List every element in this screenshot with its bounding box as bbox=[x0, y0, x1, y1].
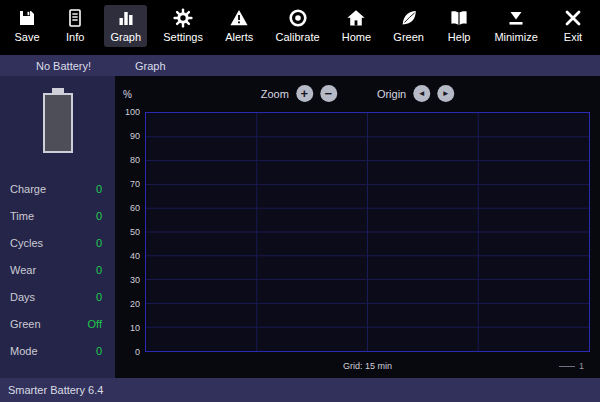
stat-value: 0 bbox=[96, 264, 102, 276]
chart-area: 100 90 80 70 60 50 40 30 20 10 0 bbox=[115, 112, 600, 357]
toolbar-item-label: Alerts bbox=[225, 31, 253, 43]
graph-icon bbox=[116, 8, 136, 28]
toolbar-item-label: Help bbox=[448, 31, 471, 43]
y-tick: 50 bbox=[130, 228, 140, 237]
zoom-label: Zoom bbox=[261, 88, 289, 100]
toolbar-item-label: Info bbox=[66, 31, 84, 43]
toolbar-item-alerts[interactable]: Alerts bbox=[219, 5, 259, 47]
save-icon bbox=[17, 8, 37, 28]
grid-interval-label: Grid: 15 min bbox=[145, 361, 590, 371]
toolbar: Save Info Graph Settings Alerts bbox=[0, 0, 600, 55]
toolbar-item-minimize[interactable]: Minimize bbox=[488, 5, 543, 47]
stat-label: Days bbox=[10, 291, 35, 303]
battery-status-text: No Battery! bbox=[36, 60, 91, 72]
stat-value: 0 bbox=[96, 183, 102, 195]
toolbar-item-label: Green bbox=[393, 31, 424, 43]
calibrate-icon bbox=[288, 8, 308, 28]
stat-label: Charge bbox=[10, 183, 46, 195]
stat-row-cycles: Cycles 0 bbox=[0, 229, 115, 256]
stat-row-time: Time 0 bbox=[0, 202, 115, 229]
toolbar-item-exit[interactable]: Exit bbox=[554, 5, 592, 47]
y-tick: 70 bbox=[130, 180, 140, 189]
toolbar-item-save[interactable]: Save bbox=[8, 5, 46, 47]
alerts-icon bbox=[229, 8, 249, 28]
origin-right-button[interactable]: ► bbox=[437, 85, 454, 102]
toolbar-item-label: Graph bbox=[110, 31, 141, 43]
toolbar-item-label: Home bbox=[342, 31, 371, 43]
info-bar: No Battery! Graph bbox=[0, 55, 600, 76]
toolbar-item-info[interactable]: Info bbox=[56, 5, 94, 47]
zoom-in-button[interactable]: + bbox=[296, 85, 313, 102]
stat-value: 0 bbox=[96, 210, 102, 222]
stat-label: Mode bbox=[10, 345, 38, 357]
y-tick: 0 bbox=[135, 348, 140, 357]
y-tick: 30 bbox=[130, 276, 140, 285]
scale-value: 1 bbox=[579, 361, 584, 371]
stat-value: Off bbox=[88, 318, 102, 330]
zoom-origin-controls: Zoom + − Origin ◄ ► bbox=[261, 85, 454, 102]
chart-footer: Grid: 15 min 1 bbox=[115, 357, 600, 375]
y-tick: 90 bbox=[130, 132, 140, 141]
battery-icon bbox=[0, 88, 115, 153]
info-icon bbox=[65, 8, 85, 28]
origin-left-button[interactable]: ◄ bbox=[413, 85, 430, 102]
stat-value: 0 bbox=[96, 237, 102, 249]
status-bar: Smarter Battery 6.4 bbox=[0, 378, 600, 402]
settings-icon bbox=[173, 8, 193, 28]
toolbar-item-label: Settings bbox=[163, 31, 203, 43]
minimize-icon bbox=[506, 8, 526, 28]
stat-label: Green bbox=[10, 318, 41, 330]
leaf-icon bbox=[399, 8, 419, 28]
y-axis-ticks: 100 90 80 70 60 50 40 30 20 10 0 bbox=[115, 108, 145, 357]
stat-value: 0 bbox=[96, 345, 102, 357]
y-tick: 40 bbox=[130, 252, 140, 261]
help-book-icon bbox=[449, 8, 469, 28]
y-tick: 80 bbox=[130, 156, 140, 165]
stat-row-wear: Wear 0 bbox=[0, 256, 115, 283]
sidebar: Charge 0 Time 0 Cycles 0 Wear 0 Days 0 G… bbox=[0, 76, 115, 378]
stat-label: Wear bbox=[10, 264, 36, 276]
app-version-text: Smarter Battery 6.4 bbox=[8, 384, 103, 396]
stat-label: Cycles bbox=[10, 237, 43, 249]
stat-row-days: Days 0 bbox=[0, 283, 115, 310]
stat-label: Time bbox=[10, 210, 34, 222]
zoom-out-button[interactable]: − bbox=[320, 85, 337, 102]
battery-body bbox=[43, 93, 73, 153]
current-view-label: Graph bbox=[135, 60, 166, 72]
graph-panel: % Zoom + − Origin ◄ ► 100 90 80 70 60 50… bbox=[115, 76, 600, 378]
y-tick: 60 bbox=[130, 204, 140, 213]
toolbar-item-home[interactable]: Home bbox=[336, 5, 377, 47]
y-tick: 10 bbox=[130, 324, 140, 333]
chart-controls: % Zoom + − Origin ◄ ► bbox=[115, 76, 600, 112]
stat-row-green: Green Off bbox=[0, 310, 115, 337]
scale-dash-icon bbox=[559, 366, 575, 367]
y-tick: 20 bbox=[130, 300, 140, 309]
toolbar-item-calibrate[interactable]: Calibrate bbox=[270, 5, 326, 47]
battery-stats-list: Charge 0 Time 0 Cycles 0 Wear 0 Days 0 G… bbox=[0, 175, 115, 364]
origin-label: Origin bbox=[377, 88, 406, 100]
home-icon bbox=[346, 8, 366, 28]
chart-scale-indicator: 1 bbox=[559, 361, 584, 371]
app-window: Save Info Graph Settings Alerts bbox=[0, 0, 600, 402]
exit-icon bbox=[563, 8, 583, 28]
stat-value: 0 bbox=[96, 291, 102, 303]
toolbar-item-label: Exit bbox=[564, 31, 582, 43]
toolbar-item-graph[interactable]: Graph bbox=[104, 5, 147, 47]
toolbar-item-help[interactable]: Help bbox=[440, 5, 478, 47]
toolbar-item-green[interactable]: Green bbox=[387, 5, 430, 47]
toolbar-item-label: Calibrate bbox=[276, 31, 320, 43]
stat-row-charge: Charge 0 bbox=[0, 175, 115, 202]
toolbar-item-settings[interactable]: Settings bbox=[157, 5, 209, 47]
chart-gridlines bbox=[146, 113, 589, 351]
toolbar-item-label: Minimize bbox=[494, 31, 537, 43]
y-axis-unit-label: % bbox=[123, 89, 132, 100]
chart-plot-area[interactable] bbox=[145, 112, 590, 352]
toolbar-item-label: Save bbox=[14, 31, 39, 43]
stat-row-mode: Mode 0 bbox=[0, 337, 115, 364]
